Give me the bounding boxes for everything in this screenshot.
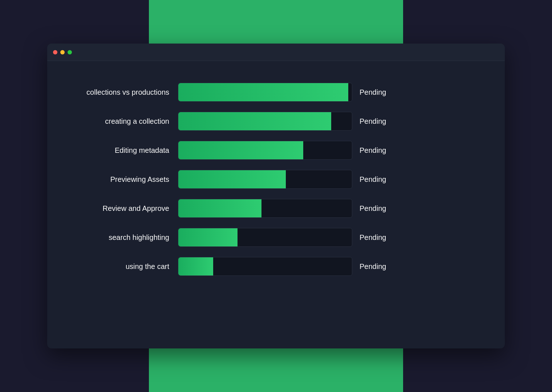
progress-fill [178,199,261,217]
row-label: Editing metadata [76,146,178,155]
row-label: Review and Approve [76,204,178,213]
progress-fill [178,141,303,159]
progress-list: collections vs productionsPendingcreatin… [47,61,505,308]
progress-fill [178,228,238,246]
progress-track [178,141,352,160]
row-status: Pending [352,262,389,271]
minimize-button[interactable] [60,50,65,54]
row-label: using the cart [76,262,178,271]
progress-track [178,199,352,218]
row-status: Pending [352,204,389,213]
row-label: creating a collection [76,117,178,126]
progress-fill [178,112,331,130]
progress-track [178,83,352,102]
row-label: Previewing Assets [76,175,178,184]
row-status: Pending [352,175,389,184]
row-label: search highlighting [76,233,178,242]
progress-fill [178,83,348,101]
progress-row: Editing metadataPending [76,141,476,160]
progress-track [178,228,352,247]
progress-row: Previewing AssetsPending [76,170,476,189]
titlebar [47,44,505,61]
window-controls [53,50,72,54]
progress-row: collections vs productionsPending [76,83,476,102]
row-status: Pending [352,146,389,155]
progress-row: using the cartPending [76,257,476,276]
progress-track [178,112,352,131]
progress-row: creating a collectionPending [76,112,476,131]
close-button[interactable] [53,50,57,54]
progress-row: search highlightingPending [76,228,476,247]
main-window: collections vs productionsPendingcreatin… [47,44,505,348]
progress-fill [178,170,286,188]
progress-row: Review and ApprovePending [76,199,476,218]
row-status: Pending [352,117,389,126]
progress-track [178,257,352,276]
progress-fill [178,257,213,275]
row-status: Pending [352,233,389,242]
maximize-button[interactable] [68,50,72,54]
row-status: Pending [352,88,389,97]
progress-track [178,170,352,189]
row-label: collections vs productions [76,88,178,97]
